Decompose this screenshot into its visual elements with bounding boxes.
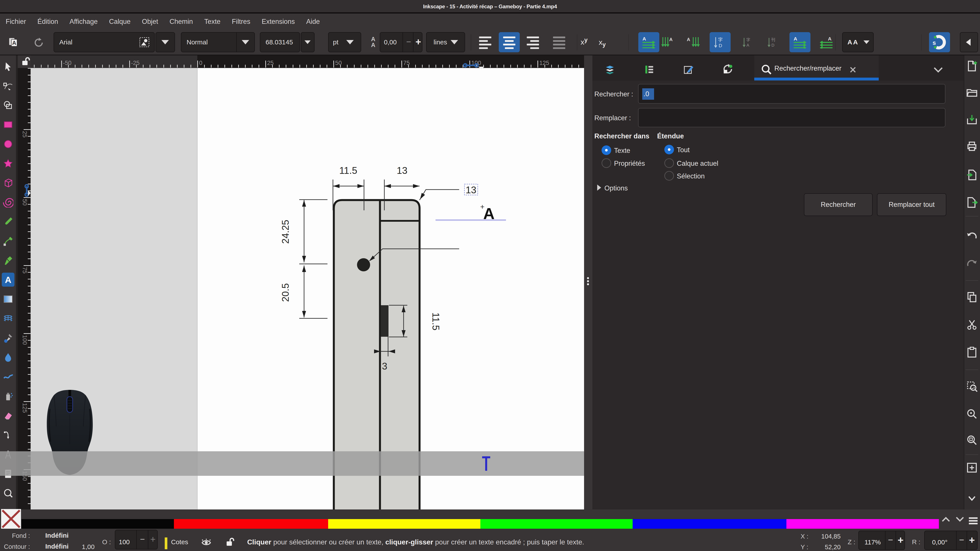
svg-text:A: A [746, 43, 749, 48]
svg-text:20.5: 20.5 [280, 283, 291, 302]
svg-text:11.5: 11.5 [339, 165, 357, 176]
svg-text:13: 13 [397, 165, 407, 176]
svg-text:字: 字 [718, 37, 723, 43]
svg-text:24.25: 24.25 [280, 220, 291, 244]
svg-text:D: D [719, 43, 722, 48]
svg-text:刊: 刊 [771, 38, 775, 42]
svg-text:A: A [669, 37, 673, 42]
svg-text:字: 字 [746, 38, 750, 42]
svg-text:A: A [12, 40, 16, 46]
svg-text:A: A [5, 275, 11, 285]
svg-text:A: A [794, 36, 797, 41]
svg-text:D: D [772, 43, 775, 48]
svg-text:13: 13 [466, 184, 476, 195]
svg-text:A: A [828, 36, 832, 41]
svg-text:A: A [643, 36, 646, 41]
svg-text:A: A [687, 37, 690, 42]
svg-text:3: 3 [382, 361, 387, 372]
svg-text:s: s [932, 39, 936, 46]
svg-text:11.5: 11.5 [431, 313, 441, 330]
